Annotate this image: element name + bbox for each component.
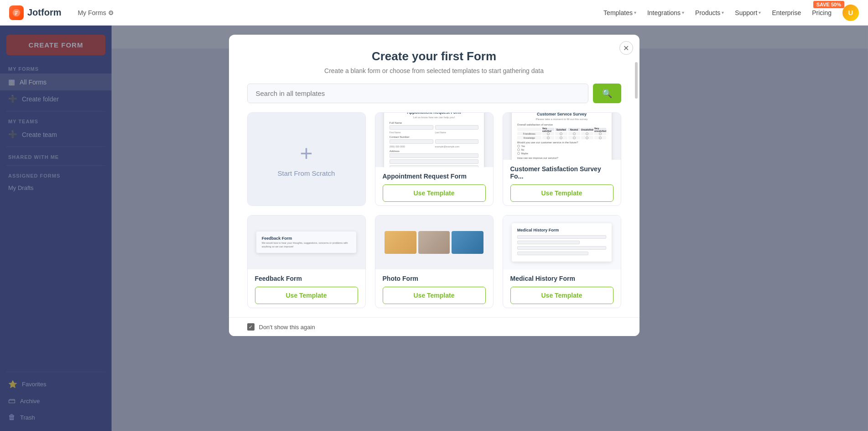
photo-thumb-3 <box>452 231 483 254</box>
template-preview-scratch: + Start From Scratch <box>248 113 365 205</box>
appointment-info: Appointment Request Form Use Template <box>375 167 493 205</box>
template-preview-medical: Medical History Form <box>503 216 621 270</box>
feedback-use-btn[interactable]: Use Template <box>255 287 358 304</box>
topnav: Jotform My Forms ⚙ Templates ▾ Integrati… <box>0 0 868 26</box>
save-badge[interactable]: SAVE 50% <box>813 1 844 8</box>
photo-thumb-2 <box>418 231 450 254</box>
template-card-medical[interactable]: Medical History Form Medical History For… <box>503 215 621 309</box>
template-card-appointment[interactable]: Appointment Request Form Let us know how… <box>375 112 494 206</box>
logo-icon <box>9 5 24 20</box>
photo-info: Photo Form Use Template <box>375 269 493 308</box>
survey-info: Customer Satisfaction Survey Fo... Use T… <box>503 160 621 205</box>
photo-use-btn[interactable]: Use Template <box>383 287 486 304</box>
avatar[interactable]: U <box>842 5 859 21</box>
templates-chevron: ▾ <box>634 10 636 15</box>
template-card-feedback[interactable]: Feedback Form We would love to hear your… <box>247 215 366 309</box>
medical-name: Medical History Form <box>510 275 613 282</box>
template-grid: + Start From Scratch Appointment Request… <box>229 112 639 317</box>
modal-bottom: ✓ Don't show this again <box>229 317 639 336</box>
template-card-photo[interactable]: Photo Form Use Template <box>375 215 494 309</box>
modal-search: 🔍 <box>229 84 639 112</box>
feedback-preview-title: Feedback Form <box>262 236 351 241</box>
medical-use-btn[interactable]: Use Template <box>510 287 613 304</box>
scrollbar-thumb <box>635 62 638 99</box>
survey-use-btn[interactable]: Use Template <box>510 184 613 202</box>
template-card-survey[interactable]: Customer Service Survey Please take a mo… <box>503 112 621 206</box>
modal-scrollbar[interactable] <box>635 35 638 336</box>
appointment-name: Appointment Request Form <box>383 173 486 180</box>
survey-preview-subtitle: Please take a moment to fill out this su… <box>517 118 606 121</box>
appointment-use-btn[interactable]: Use Template <box>383 184 486 202</box>
products-nav[interactable]: Products ▾ <box>695 9 724 16</box>
scratch-label: Start From Scratch <box>278 169 335 177</box>
appointment-preview-subtitle: Let us know how we can help you! <box>390 116 478 119</box>
modal-title: Create your first Form <box>247 49 621 63</box>
dont-show-label: Don't show this again <box>259 324 315 331</box>
search-button[interactable]: 🔍 <box>593 84 621 103</box>
survey-name: Customer Satisfaction Survey Fo... <box>510 165 613 180</box>
search-input[interactable] <box>247 84 588 103</box>
photo-name: Photo Form <box>383 275 486 282</box>
nav-dot-icon: ⚙ <box>108 9 114 16</box>
appointment-preview-title: Appointment Request Form <box>390 113 478 115</box>
template-card-scratch[interactable]: + Start From Scratch <box>247 112 366 206</box>
photo-thumb-1 <box>385 231 416 254</box>
dont-show-checkbox[interactable]: ✓ <box>247 323 255 331</box>
support-chevron: ▾ <box>759 10 761 15</box>
modal-subtitle: Create a blank form or choose from selec… <box>247 67 621 74</box>
modal-overlay: ✕ Create your first Form Create a blank … <box>0 26 868 431</box>
template-preview-survey: Customer Service Survey Please take a mo… <box>503 113 621 160</box>
products-chevron: ▾ <box>722 10 724 15</box>
search-icon: 🔍 <box>602 89 612 98</box>
medical-preview-title: Medical History Form <box>517 228 606 232</box>
modal: ✕ Create your first Form Create a blank … <box>229 35 639 336</box>
modal-header: Create your first Form Create a blank fo… <box>229 35 639 84</box>
feedback-name: Feedback Form <box>255 275 358 282</box>
main-layout: CREATE FORM MY FORMS ▦ All Forms ➕ Creat… <box>0 26 868 431</box>
templates-nav[interactable]: Templates ▾ <box>603 9 636 16</box>
template-preview-feedback: Feedback Form We would love to hear your… <box>248 216 365 270</box>
my-forms-nav[interactable]: My Forms ⚙ <box>78 9 114 16</box>
support-nav[interactable]: Support ▾ <box>735 9 761 16</box>
enterprise-nav[interactable]: Enterprise <box>772 9 801 16</box>
plus-icon: + <box>300 141 312 166</box>
survey-preview-title: Customer Service Survey <box>517 113 606 116</box>
integrations-nav[interactable]: Integrations ▾ <box>647 9 684 16</box>
pricing-nav[interactable]: Pricing <box>812 9 832 16</box>
medical-info: Medical History Form Use Template <box>503 269 621 308</box>
integrations-chevron: ▾ <box>682 10 684 15</box>
feedback-preview-body: We would love to hear your thoughts, sug… <box>262 242 351 248</box>
modal-close-button[interactable]: ✕ <box>619 41 633 55</box>
logo-name: Jotform <box>27 7 61 18</box>
logo-area[interactable]: Jotform <box>9 5 61 20</box>
feedback-info: Feedback Form Use Template <box>248 269 365 308</box>
template-preview-photo <box>375 216 493 270</box>
template-preview-appointment: Appointment Request Form Let us know how… <box>375 113 493 167</box>
